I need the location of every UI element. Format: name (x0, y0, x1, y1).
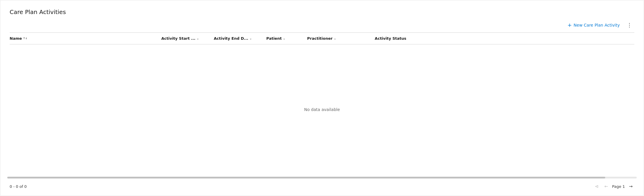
column-header-activity-end[interactable]: Activity End D... ⌄ (214, 36, 266, 41)
scrollbar-thumb[interactable] (7, 177, 605, 178)
table-body: No data available (10, 44, 634, 174)
page-title: Care Plan Activities (10, 8, 634, 15)
plus-icon: + (567, 22, 572, 28)
column-practitioner-label: Practitioner (307, 36, 332, 41)
column-header-activity-start[interactable]: Activity Start ... ⌄ (161, 36, 214, 41)
no-data-message: No data available (304, 107, 340, 112)
column-name-label: Name (10, 36, 22, 41)
scrollbar-track (7, 177, 637, 178)
more-options-button[interactable]: ⋮ (624, 21, 634, 29)
sort-icon-name: ↑↓ (23, 37, 27, 40)
column-header-activity-status[interactable]: Activity Status (360, 36, 406, 41)
toolbar: + New Care Plan Activity ⋮ (10, 21, 634, 32)
chevron-practitioner-icon: ⌄ (334, 37, 336, 40)
care-plan-activities-panel: Care Plan Activities + New Care Plan Act… (0, 0, 644, 196)
pagination: ⊲ ← Page 1 → (593, 183, 634, 190)
column-header-name[interactable]: Name ↑↓ (10, 36, 161, 41)
new-activity-label: New Care Plan Activity (574, 23, 620, 27)
column-activity-status-label: Activity Status (375, 36, 406, 41)
record-count: 0 - 0 of 0 (10, 184, 27, 189)
table-header: Name ↑↓ Activity Start ... ⌄ Activity En… (10, 33, 634, 44)
prev-page-button[interactable]: ← (603, 183, 610, 190)
column-patient-label: Patient (266, 36, 282, 41)
column-header-patient[interactable]: Patient ⌄ (266, 36, 307, 41)
chevron-activity-end-icon: ⌄ (249, 37, 252, 40)
horizontal-scrollbar-area[interactable] (7, 174, 637, 178)
chevron-patient-icon: ⌄ (283, 37, 285, 40)
column-activity-start-label: Activity Start ... (161, 36, 195, 41)
page-label: Page 1 (612, 184, 625, 189)
column-activity-end-label: Activity End D... (214, 36, 248, 41)
first-page-button[interactable]: ⊲ (593, 183, 600, 190)
new-care-plan-activity-button[interactable]: + New Care Plan Activity (565, 21, 622, 29)
chevron-activity-start-icon: ⌄ (197, 37, 199, 40)
next-page-button[interactable]: → (627, 183, 634, 190)
column-header-practitioner[interactable]: Practitioner ⌄ (307, 36, 360, 41)
footer: 0 - 0 of 0 ⊲ ← Page 1 → (10, 182, 634, 190)
